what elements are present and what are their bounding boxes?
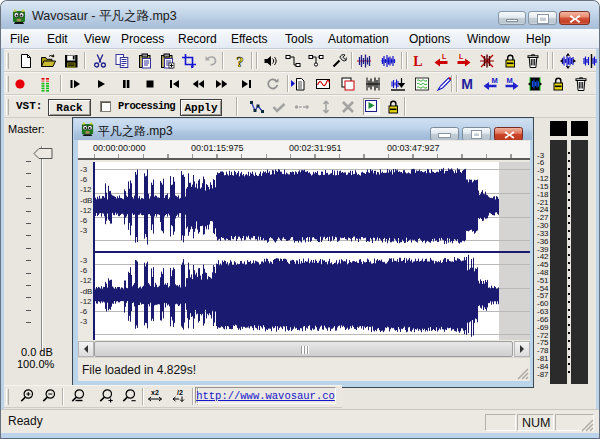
svg-text:/2: /2 [177,389,183,396]
svg-text:M: M [492,76,498,85]
svg-text:L: L [459,53,464,60]
svg-text:L: L [442,53,447,60]
svg-text:L: L [413,54,422,69]
svg-text:M: M [461,76,473,92]
svg-text:?: ? [236,54,244,70]
svg-text:x2: x2 [151,389,159,396]
svg-text:M: M [507,76,513,85]
